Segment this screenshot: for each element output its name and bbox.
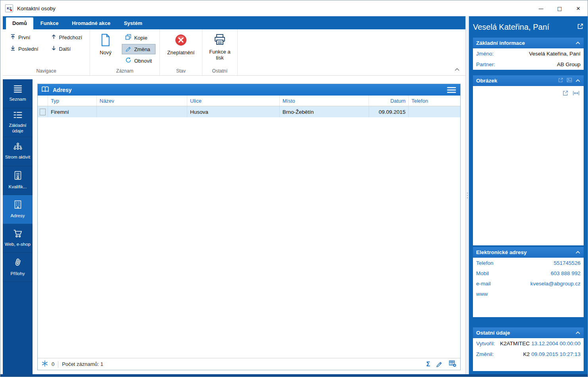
maximize-button[interactable]: □ [550, 0, 569, 16]
section-other-info: Ostatní údaje Vytvořil: K2ATMITEC13.12.2… [473, 327, 584, 371]
fit-width-icon[interactable] [573, 90, 580, 98]
section-basic-header[interactable]: Základní informace [473, 38, 584, 48]
titlebar: K2 Kontaktní osoby — □ ✕ [0, 0, 588, 16]
section-picture-header[interactable]: Obrázek [473, 75, 584, 86]
nav-sidebar: Seznam Základní údaje Strom aktivit [3, 79, 33, 374]
change-record-button[interactable]: Změna [122, 44, 156, 54]
sidebar-filler [3, 282, 33, 374]
column-header-nazev[interactable]: Název [97, 96, 187, 106]
tab-hromadne-akce[interactable]: Hromadné akce [65, 17, 117, 29]
snowflake-icon[interactable] [42, 360, 48, 368]
arrow-up-icon [51, 34, 56, 40]
tab-system[interactable]: Systém [117, 17, 148, 29]
field-partner: Partner: AB Group [473, 59, 584, 70]
collapse-chevron-icon[interactable] [575, 78, 580, 84]
column-header-misto[interactable]: Místo [280, 96, 369, 106]
printer-icon [213, 34, 226, 47]
column-header-datum[interactable]: Datum [369, 96, 409, 106]
refresh-icon [125, 57, 131, 64]
sidebar-item-kvalifikace[interactable]: Kvalifik... [3, 166, 33, 195]
section-title: Elektronické adresy [476, 249, 572, 255]
cell-typ: Firemní [48, 106, 97, 117]
picture-image-icon[interactable] [567, 77, 572, 84]
workspace: Seznam Základní údaje Strom aktivit [3, 76, 465, 374]
section-title: Obrázek [476, 78, 555, 84]
new-record-button[interactable]: Nový [94, 33, 117, 57]
changed-date[interactable]: 09.09.2015 10:27:13 [531, 351, 580, 357]
addresses-panel: Adresy Typ Název Ulice Místo Datum Telef… [37, 84, 461, 370]
sidebar-item-adresy[interactable]: Adresy [3, 195, 33, 224]
arrow-up-bar-icon [10, 34, 15, 40]
next-record-button[interactable]: Další [48, 44, 86, 54]
column-header-telefon[interactable]: Telefon [409, 96, 460, 106]
previous-record-button[interactable]: Předchozí [48, 33, 86, 42]
sidebar-item-seznam[interactable]: Seznam [3, 79, 33, 108]
details-header: Veselá Kateřina, Paní [473, 19, 584, 35]
field-www: www [473, 289, 584, 299]
group-label-ostatni: Ostatní [202, 66, 237, 75]
row-selector-cell[interactable] [38, 106, 48, 117]
column-header-ulice[interactable]: Ulice [187, 96, 280, 106]
edit-icon[interactable] [436, 360, 443, 368]
section-basic-body: Jméno: Veselá Kateřina, Paní Partner: AB… [473, 48, 584, 70]
field-mobil: Mobil 603 888 992 [473, 268, 584, 278]
invalidate-button[interactable]: Zneplatnění [164, 33, 198, 57]
collapse-chevron-icon[interactable] [575, 40, 580, 46]
first-record-button[interactable]: První [7, 33, 42, 42]
group-label-stav: Stav [160, 66, 202, 75]
refresh-record-button[interactable]: Obnovit [122, 55, 156, 66]
column-header-typ[interactable]: Typ [48, 96, 97, 106]
collapse-chevron-icon[interactable] [575, 330, 580, 336]
sidebar-item-zakladni-udaje[interactable]: Základní údaje [3, 108, 33, 137]
minimize-button[interactable]: — [532, 0, 550, 16]
sum-icon[interactable]: Σ [426, 361, 430, 368]
section-electronic-header[interactable]: Elektronické adresy [473, 247, 584, 258]
last-record-button[interactable]: Poslední [7, 44, 42, 54]
sidebar-item-web-eshop[interactable]: Web, e-shop [3, 224, 33, 253]
left-region: Domů Funkce Hromadné akce Systém [0, 16, 465, 374]
field-label: Mobil [476, 270, 489, 276]
picture-external-icon[interactable] [562, 90, 569, 98]
sidebar-item-label: Web, e-shop [5, 242, 31, 247]
panel-menu-button[interactable] [446, 86, 457, 94]
copy-record-label: Kopie [134, 35, 147, 41]
picture-open-icon[interactable] [558, 77, 563, 84]
close-button[interactable]: ✕ [569, 0, 588, 16]
sidebar-item-label: Seznam [9, 97, 26, 102]
flag-count: 0 [52, 361, 54, 367]
window-bottom-edge [0, 374, 588, 377]
pencil-icon [125, 46, 131, 53]
ribbon-group-navigace: První Poslední [3, 29, 90, 75]
sidebar-item-prilohy[interactable]: Přílohy [3, 253, 33, 282]
field-label: Vytvořil: [476, 341, 495, 346]
section-other-header[interactable]: Ostatní údaje [473, 327, 584, 338]
table-add-icon[interactable] [449, 360, 456, 368]
tab-funkce[interactable]: Funkce [34, 17, 65, 29]
picture-area [473, 86, 584, 245]
cell-telefon [409, 106, 460, 117]
panel-splitter[interactable] [465, 16, 469, 374]
group-label-navigace: Navigace [3, 66, 90, 75]
copy-record-button[interactable]: Kopie [122, 33, 156, 43]
open-external-icon[interactable] [577, 23, 584, 31]
created-date[interactable]: 13.12.2004 00:00:00 [531, 341, 580, 346]
list-icon [13, 111, 23, 121]
table-empty-area [38, 117, 460, 358]
app-logo-icon: K2 [5, 4, 13, 12]
functions-print-button[interactable]: Funkce a tisk [206, 33, 233, 62]
arrow-down-bar-icon [10, 46, 15, 52]
ribbon: Domů Funkce Hromadné akce Systém [3, 16, 465, 76]
ribbon-collapse-button[interactable] [454, 66, 460, 73]
statusbar-separator [58, 361, 58, 367]
phone-link[interactable]: 551745526 [553, 260, 580, 266]
mobile-link[interactable]: 603 888 992 [551, 270, 580, 276]
tab-domu[interactable]: Domů [6, 17, 33, 29]
field-zmenil: Změnil: K209.09.2015 10:27:13 [473, 349, 584, 360]
invalidate-icon [175, 34, 187, 48]
email-link[interactable]: kvesela@abgroup.cz [530, 281, 580, 287]
sidebar-item-strom-aktivit[interactable]: Strom aktivit [3, 137, 33, 166]
table-row[interactable]: Firemní Husova Brno-Žebětín 09.09.2015 [38, 106, 460, 117]
change-record-label: Změna [134, 46, 150, 52]
collapse-chevron-icon[interactable] [575, 249, 580, 255]
copy-icon [125, 34, 131, 41]
